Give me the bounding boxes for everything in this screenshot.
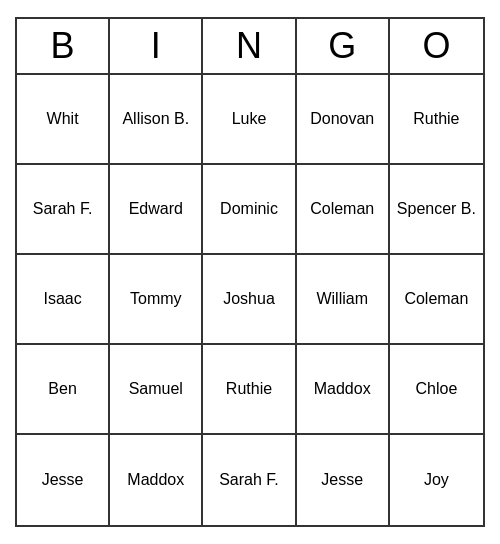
bingo-cell-23: Jesse [297,435,390,525]
cell-text-3: Donovan [310,110,374,128]
cell-text-17: Ruthie [226,380,272,398]
bingo-cell-14: Coleman [390,255,483,345]
cell-text-11: Tommy [130,290,182,308]
cell-text-22: Sarah F. [219,471,279,489]
cell-text-20: Jesse [42,471,84,489]
cell-text-4: Ruthie [413,110,459,128]
bingo-cell-10: Isaac [17,255,110,345]
header-letter-n: N [203,19,296,73]
cell-text-1: Allison B. [122,110,189,128]
bingo-cell-15: Ben [17,345,110,435]
cell-text-5: Sarah F. [33,200,93,218]
bingo-cell-7: Dominic [203,165,296,255]
cell-text-10: Isaac [43,290,81,308]
bingo-cell-6: Edward [110,165,203,255]
cell-text-7: Dominic [220,200,278,218]
bingo-cell-16: Samuel [110,345,203,435]
cell-text-13: William [316,290,368,308]
header-letter-o: O [390,19,483,73]
bingo-cell-19: Chloe [390,345,483,435]
cell-text-24: Joy [424,471,449,489]
cell-text-15: Ben [48,380,76,398]
cell-text-0: Whit [47,110,79,128]
header-letter-b: B [17,19,110,73]
cell-text-14: Coleman [404,290,468,308]
bingo-cell-22: Sarah F. [203,435,296,525]
bingo-cell-4: Ruthie [390,75,483,165]
bingo-grid: WhitAllison B.LukeDonovanRuthieSarah F.E… [17,75,483,525]
bingo-header: BINGO [17,19,483,75]
header-letter-i: I [110,19,203,73]
bingo-cell-18: Maddox [297,345,390,435]
bingo-cell-5: Sarah F. [17,165,110,255]
bingo-card: BINGO WhitAllison B.LukeDonovanRuthieSar… [15,17,485,527]
bingo-cell-2: Luke [203,75,296,165]
cell-text-2: Luke [232,110,267,128]
bingo-cell-1: Allison B. [110,75,203,165]
bingo-cell-17: Ruthie [203,345,296,435]
cell-text-18: Maddox [314,380,371,398]
cell-text-19: Chloe [415,380,457,398]
cell-text-16: Samuel [129,380,183,398]
bingo-cell-0: Whit [17,75,110,165]
bingo-cell-8: Coleman [297,165,390,255]
bingo-cell-3: Donovan [297,75,390,165]
cell-text-21: Maddox [127,471,184,489]
header-letter-g: G [297,19,390,73]
bingo-cell-24: Joy [390,435,483,525]
cell-text-8: Coleman [310,200,374,218]
bingo-cell-13: William [297,255,390,345]
cell-text-6: Edward [129,200,183,218]
bingo-cell-9: Spencer B. [390,165,483,255]
bingo-cell-12: Joshua [203,255,296,345]
cell-text-23: Jesse [321,471,363,489]
bingo-cell-11: Tommy [110,255,203,345]
cell-text-12: Joshua [223,290,275,308]
bingo-cell-21: Maddox [110,435,203,525]
bingo-cell-20: Jesse [17,435,110,525]
cell-text-9: Spencer B. [397,200,476,218]
